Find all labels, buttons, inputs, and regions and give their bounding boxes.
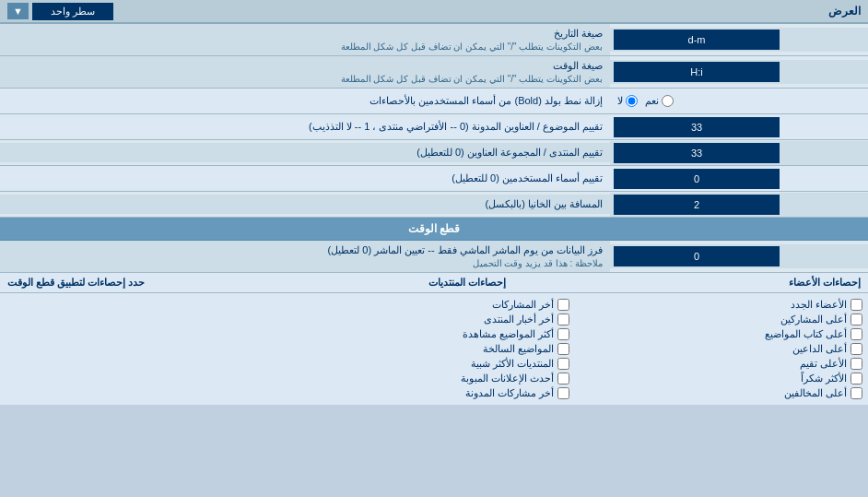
- time-format-label: صيغة الوقت بعض التكوينات يتطلب "/" التي …: [0, 56, 610, 88]
- user-sort-row: تقييم أسماء المستخدمين (0 للتعطيل): [0, 166, 868, 192]
- cb-shares-input[interactable]: [557, 299, 569, 311]
- gap-label: المسافة بين الخانيا (بالبكسل): [0, 195, 610, 214]
- cb-top-writers-input[interactable]: [850, 328, 862, 340]
- header-row: العرض سطر واحد ▼: [0, 0, 868, 24]
- radio-no-input[interactable]: [626, 95, 638, 107]
- cutoff-row: فرز البيانات من يوم الماشر الماشي فقط --…: [0, 241, 868, 273]
- cutoff-section-header: قطع الوقت: [0, 218, 868, 241]
- forum-sort-input-area: [610, 141, 868, 165]
- header-right-label: العرض: [828, 5, 861, 18]
- cb-recent-ads[interactable]: أحدث الإعلانات المبوبة: [287, 373, 569, 385]
- cb-new-members-input[interactable]: [850, 299, 862, 311]
- date-format-label: صيغة التاريخ بعض التكوينات يتطلب "/" الت…: [0, 24, 610, 55]
- checkboxes-right-space: [0, 297, 282, 401]
- cb-top-writers[interactable]: أعلى كتاب المواضيع: [581, 328, 862, 340]
- user-sort-label: تقييم أسماء المستخدمين (0 للتعطيل): [0, 169, 610, 188]
- radio-yes[interactable]: نعم: [645, 95, 674, 107]
- user-sort-input-area: [610, 167, 868, 191]
- cb-top-rated-input[interactable]: [850, 358, 862, 370]
- cb-top-referrers[interactable]: أعلى المخالفين: [581, 387, 862, 399]
- cb-top-posters[interactable]: أعلى المشاركين: [581, 314, 862, 325]
- forum-sort-input[interactable]: [614, 143, 780, 163]
- display-mode-button[interactable]: سطر واحد: [32, 3, 113, 20]
- date-format-input[interactable]: [614, 30, 780, 50]
- cb-most-viewed[interactable]: أكثر المواضيع مشاهدة: [287, 328, 569, 340]
- time-format-input-area: [610, 60, 868, 84]
- cb-top-thanks-input[interactable]: [850, 373, 862, 385]
- topic-sort-label: تقييم الموضوع / العناوين المدونة (0 -- ا…: [0, 117, 610, 136]
- cb-top-thanks[interactable]: الأكثر شكراً: [581, 373, 862, 385]
- topic-sort-row: تقييم الموضوع / العناوين المدونة (0 -- ا…: [0, 114, 868, 140]
- cb-top-posts-input[interactable]: [850, 343, 862, 355]
- cb-top-rated[interactable]: الأعلى تقيم: [581, 358, 862, 370]
- checkboxes-col1-header: إحصاءات الأعضاء: [789, 277, 861, 289]
- time-format-row: صيغة الوقت بعض التكوينات يتطلب "/" التي …: [0, 56, 868, 89]
- cutoff-label: فرز البيانات من يوم الماشر الماشي فقط --…: [0, 241, 610, 272]
- forum-stats-col: أخر المشاركات أخر أخبار المنتدى أكثر الم…: [282, 297, 575, 401]
- cutoff-input-area: [610, 244, 868, 268]
- remove-bold-row: نعم لا إزالة نمط بولد (Bold) من أسماء ال…: [0, 89, 868, 114]
- cb-forum-news[interactable]: أخر أخبار المنتدى: [287, 314, 569, 325]
- user-sort-input[interactable]: [614, 169, 780, 189]
- radio-no[interactable]: لا: [617, 95, 638, 107]
- gap-input[interactable]: [614, 195, 780, 215]
- cb-top-posts[interactable]: أعلى الداعين: [581, 343, 862, 355]
- date-format-input-area: [610, 28, 868, 52]
- checkboxes-right-label: حدد إحصاءات لتطبيق قطع الوقت: [7, 277, 145, 289]
- cb-forum-contributions-input[interactable]: [557, 387, 569, 399]
- header-controls: سطر واحد ▼: [7, 3, 113, 20]
- cb-top-posters-input[interactable]: [850, 314, 862, 325]
- cutoff-input[interactable]: [614, 246, 780, 266]
- forum-sort-row: تقييم المنتدى / المجموعة العناوين (0 للت…: [0, 140, 868, 166]
- gap-row: المسافة بين الخانيا (بالبكسل): [0, 192, 868, 218]
- date-format-row: صيغة التاريخ بعض التكوينات يتطلب "/" الت…: [0, 24, 868, 56]
- checkboxes-col2-header: إحصاءات المنتديات: [428, 277, 506, 289]
- gap-input-area: [610, 193, 868, 217]
- forum-sort-label: تقييم المنتدى / المجموعة العناوين (0 للت…: [0, 143, 610, 162]
- checkboxes-header-row: إحصاءات الأعضاء إحصاءات المنتديات حدد إح…: [0, 273, 868, 293]
- cb-old-topics-input[interactable]: [557, 343, 569, 355]
- time-format-input[interactable]: [614, 62, 780, 82]
- topic-sort-input[interactable]: [614, 117, 780, 137]
- cb-top-referrers-input[interactable]: [850, 387, 862, 399]
- cb-new-members[interactable]: الأعضاء الجدد: [581, 299, 862, 311]
- cb-shares[interactable]: أخر المشاركات: [287, 299, 569, 311]
- member-stats-col: الأعضاء الجدد أعلى المشاركين أعلى كتاب ا…: [575, 297, 868, 401]
- cb-forum-news-input[interactable]: [557, 314, 569, 325]
- checkboxes-columns: الأعضاء الجدد أعلى المشاركين أعلى كتاب ا…: [0, 293, 868, 405]
- remove-bold-radio-area: نعم لا: [610, 93, 868, 109]
- cb-similar[interactable]: المنتديات الأكثر شبية: [287, 358, 569, 370]
- main-container: العرض سطر واحد ▼ صيغة التاريخ بعض التكوي…: [0, 0, 868, 405]
- dropdown-arrow-button[interactable]: ▼: [7, 3, 29, 19]
- radio-yes-input[interactable]: [662, 95, 674, 107]
- cb-old-topics[interactable]: المواضيع السالخة: [287, 343, 569, 355]
- cb-most-viewed-input[interactable]: [557, 328, 569, 340]
- cb-similar-input[interactable]: [557, 358, 569, 370]
- remove-bold-label: إزالة نمط بولد (Bold) من أسماء المستخدمي…: [0, 91, 610, 111]
- cb-forum-contributions[interactable]: أخر مشاركات المدونة: [287, 387, 569, 399]
- cb-recent-ads-input[interactable]: [557, 373, 569, 385]
- topic-sort-input-area: [610, 115, 868, 139]
